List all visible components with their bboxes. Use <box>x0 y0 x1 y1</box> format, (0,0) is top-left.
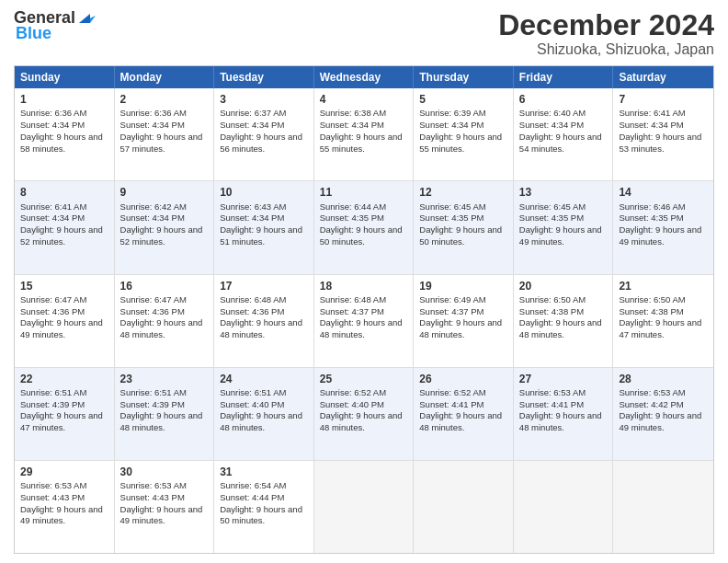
sunset-text: Sunset: 4:34 PM <box>20 120 85 130</box>
sunset-text: Sunset: 4:35 PM <box>419 213 483 223</box>
day-number: 13 <box>519 185 608 200</box>
day-number: 22 <box>20 372 108 386</box>
sunrise-text: Sunrise: 6:48 AM <box>220 294 286 304</box>
day-number: 20 <box>519 279 608 293</box>
day-number: 4 <box>320 92 408 107</box>
cal-cell-4: 4Sunrise: 6:38 AMSunset: 4:34 PMDaylight… <box>314 88 415 180</box>
sunrise-text: Sunrise: 6:53 AM <box>120 480 187 490</box>
day-number: 5 <box>419 92 507 107</box>
daylight-text: Daylight: 9 hours and 49 minutes. <box>120 504 203 526</box>
day-number: 25 <box>320 372 408 386</box>
daylight-text: Daylight: 9 hours and 49 minutes. <box>20 317 103 339</box>
day-number: 18 <box>320 279 408 293</box>
sunrise-text: Sunrise: 6:52 AM <box>320 387 386 397</box>
header-monday: Monday <box>115 66 215 88</box>
calendar-row-5: 29Sunrise: 6:53 AMSunset: 4:43 PMDayligh… <box>15 460 713 553</box>
sunset-text: Sunset: 4:40 PM <box>220 399 284 409</box>
day-number: 31 <box>220 465 308 479</box>
cal-cell-27: 27Sunrise: 6:53 AMSunset: 4:41 PMDayligh… <box>514 368 614 460</box>
cal-cell-16: 16Sunrise: 6:47 AMSunset: 4:36 PMDayligh… <box>115 275 215 367</box>
daylight-text: Daylight: 9 hours and 49 minutes. <box>619 410 701 432</box>
logo: General Blue <box>14 9 97 43</box>
cal-cell-30: 30Sunrise: 6:53 AMSunset: 4:43 PMDayligh… <box>115 461 215 553</box>
cal-cell-empty <box>514 461 614 553</box>
day-number: 27 <box>519 372 608 386</box>
calendar-row-1: 1Sunrise: 6:36 AMSunset: 4:34 PMDaylight… <box>15 88 713 180</box>
day-number: 29 <box>20 465 108 479</box>
cal-cell-26: 26Sunrise: 6:52 AMSunset: 4:41 PMDayligh… <box>414 368 514 460</box>
logo-arrow-icon <box>77 10 97 25</box>
sunset-text: Sunset: 4:44 PM <box>220 492 284 502</box>
day-number: 26 <box>419 372 507 386</box>
header-wednesday: Wednesday <box>314 66 415 88</box>
day-number: 28 <box>619 372 708 386</box>
daylight-text: Daylight: 9 hours and 48 minutes. <box>220 317 302 339</box>
daylight-text: Daylight: 9 hours and 48 minutes. <box>320 317 403 339</box>
sunset-text: Sunset: 4:38 PM <box>519 306 584 316</box>
cal-cell-19: 19Sunrise: 6:49 AMSunset: 4:37 PMDayligh… <box>414 275 514 367</box>
cal-cell-3: 3Sunrise: 6:37 AMSunset: 4:34 PMDaylight… <box>214 88 314 180</box>
calendar-row-2: 8Sunrise: 6:41 AMSunset: 4:34 PMDaylight… <box>15 180 713 273</box>
page: General Blue December 2024 Shizuoka, Shi… <box>0 0 728 563</box>
cal-cell-1: 1Sunrise: 6:36 AMSunset: 4:34 PMDaylight… <box>15 88 115 180</box>
cal-cell-14: 14Sunrise: 6:46 AMSunset: 4:35 PMDayligh… <box>613 181 713 273</box>
sunrise-text: Sunrise: 6:50 AM <box>519 294 586 304</box>
daylight-text: Daylight: 9 hours and 48 minutes. <box>120 410 203 432</box>
cal-cell-13: 13Sunrise: 6:45 AMSunset: 4:35 PMDayligh… <box>514 181 614 273</box>
cal-cell-21: 21Sunrise: 6:50 AMSunset: 4:38 PMDayligh… <box>613 275 713 367</box>
header-sunday: Sunday <box>15 66 115 88</box>
daylight-text: Daylight: 9 hours and 47 minutes. <box>619 317 701 339</box>
sunrise-text: Sunrise: 6:39 AM <box>419 108 485 118</box>
sunset-text: Sunset: 4:37 PM <box>419 306 483 316</box>
daylight-text: Daylight: 9 hours and 48 minutes. <box>519 410 602 432</box>
sunset-text: Sunset: 4:34 PM <box>519 120 584 130</box>
cal-cell-23: 23Sunrise: 6:51 AMSunset: 4:39 PMDayligh… <box>115 368 215 460</box>
sunrise-text: Sunrise: 6:36 AM <box>120 108 187 118</box>
daylight-text: Daylight: 9 hours and 50 minutes. <box>419 224 502 247</box>
sunset-text: Sunset: 4:34 PM <box>20 213 85 223</box>
sunset-text: Sunset: 4:34 PM <box>220 213 284 223</box>
daylight-text: Daylight: 9 hours and 55 minutes. <box>419 132 502 154</box>
cal-cell-empty <box>414 461 514 553</box>
day-number: 10 <box>220 185 308 200</box>
daylight-text: Daylight: 9 hours and 48 minutes. <box>320 410 403 432</box>
cal-cell-11: 11Sunrise: 6:44 AMSunset: 4:35 PMDayligh… <box>314 181 415 273</box>
daylight-text: Daylight: 9 hours and 53 minutes. <box>619 132 701 154</box>
sunset-text: Sunset: 4:39 PM <box>120 399 185 409</box>
daylight-text: Daylight: 9 hours and 48 minutes. <box>220 410 302 432</box>
sunrise-text: Sunrise: 6:53 AM <box>20 480 86 490</box>
sunrise-text: Sunrise: 6:41 AM <box>619 108 685 118</box>
day-number: 24 <box>220 372 308 386</box>
sunrise-text: Sunrise: 6:53 AM <box>619 387 685 397</box>
day-number: 15 <box>20 279 108 293</box>
sunrise-text: Sunrise: 6:47 AM <box>20 294 86 304</box>
calendar-header: Sunday Monday Tuesday Wednesday Thursday… <box>15 66 713 88</box>
day-number: 30 <box>120 465 209 479</box>
sunrise-text: Sunrise: 6:45 AM <box>519 201 586 212</box>
cal-cell-8: 8Sunrise: 6:41 AMSunset: 4:34 PMDaylight… <box>15 181 115 273</box>
sunset-text: Sunset: 4:38 PM <box>619 306 683 316</box>
cal-cell-empty <box>613 461 713 553</box>
daylight-text: Daylight: 9 hours and 51 minutes. <box>220 224 302 247</box>
header: General Blue December 2024 Shizuoka, Shi… <box>14 9 714 58</box>
calendar-body: 1Sunrise: 6:36 AMSunset: 4:34 PMDaylight… <box>15 88 713 553</box>
sunset-text: Sunset: 4:34 PM <box>220 120 284 130</box>
sunrise-text: Sunrise: 6:48 AM <box>320 294 386 304</box>
day-number: 3 <box>220 92 308 107</box>
day-number: 23 <box>120 372 209 386</box>
cal-cell-24: 24Sunrise: 6:51 AMSunset: 4:40 PMDayligh… <box>214 368 314 460</box>
sunset-text: Sunset: 4:37 PM <box>320 306 384 316</box>
day-number: 19 <box>419 279 507 293</box>
sunset-text: Sunset: 4:36 PM <box>220 306 284 316</box>
page-title: December 2024 <box>498 9 714 41</box>
sunrise-text: Sunrise: 6:52 AM <box>419 387 485 397</box>
daylight-text: Daylight: 9 hours and 49 minutes. <box>619 224 701 247</box>
daylight-text: Daylight: 9 hours and 49 minutes. <box>20 504 103 526</box>
sunset-text: Sunset: 4:40 PM <box>320 399 384 409</box>
page-subtitle: Shizuoka, Shizuoka, Japan <box>498 41 714 58</box>
sunset-text: Sunset: 4:41 PM <box>519 399 584 409</box>
daylight-text: Daylight: 9 hours and 47 minutes. <box>20 410 103 432</box>
cal-cell-20: 20Sunrise: 6:50 AMSunset: 4:38 PMDayligh… <box>514 275 614 367</box>
daylight-text: Daylight: 9 hours and 48 minutes. <box>120 317 203 339</box>
day-number: 21 <box>619 279 708 293</box>
